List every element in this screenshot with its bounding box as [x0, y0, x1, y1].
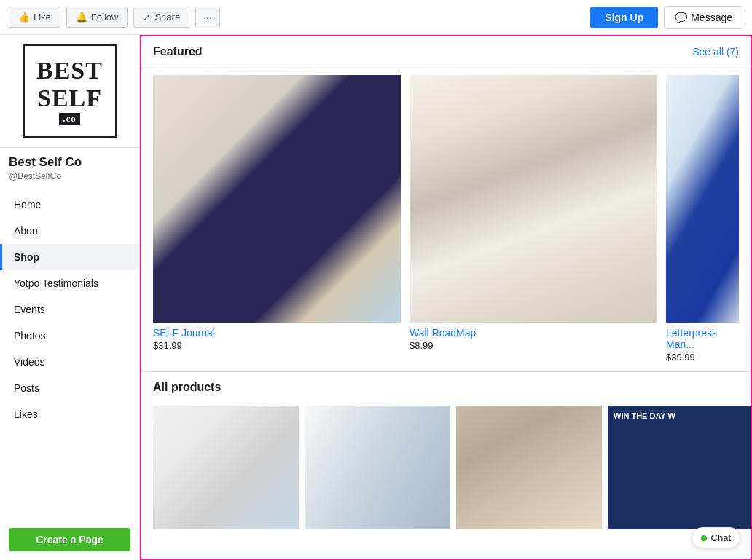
follow-label: Follow: [91, 12, 119, 23]
product-price-roadmap: $8.99: [410, 340, 657, 351]
product-image-letterpress: [666, 75, 739, 323]
share-icon: ↗: [143, 12, 151, 23]
featured-title: Featured: [153, 45, 203, 58]
thumb-1[interactable]: [153, 406, 299, 529]
see-all-link[interactable]: See all (7): [692, 46, 739, 58]
bell-icon: 🔔: [76, 12, 87, 23]
all-products-grid: WIN THE DAY W: [141, 400, 751, 535]
calendar-label: WIN THE DAY W: [614, 411, 675, 421]
top-action-bar: 👍 Like 🔔 Follow ↗ Share ··· Sign Up 💬 Me…: [0, 0, 752, 35]
more-icon: ···: [203, 12, 212, 23]
nav-item-home[interactable]: Home: [0, 192, 139, 218]
thumbs-up-icon: 👍: [18, 12, 30, 23]
chat-online-indicator: [701, 535, 707, 541]
thumb-3[interactable]: [456, 406, 602, 529]
signup-button[interactable]: Sign Up: [590, 7, 658, 28]
product-price-journal: $31.99: [153, 340, 401, 351]
brand-logo: BEST SELF .co: [23, 44, 117, 138]
page-name: Best Self Co: [0, 148, 139, 171]
thumb-image-1: [153, 406, 299, 529]
product-name-letterpress[interactable]: Letterpress Man...: [666, 327, 739, 350]
message-button[interactable]: 💬 Message: [664, 6, 743, 29]
all-products-title: All products: [153, 381, 221, 393]
like-label: Like: [34, 12, 51, 23]
thumb-image-2: [305, 406, 450, 529]
nav-item-events[interactable]: Events: [0, 296, 139, 323]
thumb-image-4: WIN THE DAY W: [608, 406, 752, 529]
product-card-roadmap[interactable]: Wall RoadMap $8.99: [410, 75, 657, 363]
create-page-button[interactable]: Create a Page: [9, 528, 130, 551]
product-image-journal: [153, 75, 401, 323]
nav-item-likes[interactable]: Likes: [0, 401, 139, 427]
chat-button[interactable]: Chat: [692, 527, 740, 548]
sidebar: BEST SELF .co Best Self Co @BestSelfCo H…: [0, 35, 140, 560]
messenger-icon: 💬: [675, 12, 687, 23]
product-name-journal[interactable]: SELF Journal: [153, 327, 401, 339]
nav-item-about[interactable]: About: [0, 218, 139, 244]
chat-label: Chat: [711, 532, 731, 543]
journal-image: [153, 75, 401, 323]
main-content: Featured See all (7) SELF Journal $31.99…: [140, 35, 752, 560]
share-label: Share: [154, 12, 180, 23]
more-button[interactable]: ···: [195, 7, 220, 28]
main-layout: BEST SELF .co Best Self Co @BestSelfCo H…: [0, 35, 752, 560]
all-products-header: All products: [141, 371, 751, 400]
share-button[interactable]: ↗ Share: [133, 7, 189, 28]
featured-products-row: SELF Journal $31.99 Wall RoadMap $8.99 L…: [141, 66, 751, 371]
nav-item-photos[interactable]: Photos: [0, 323, 139, 349]
nav-item-posts[interactable]: Posts: [0, 375, 139, 401]
nav-menu: Home About Shop Yotpo Testimonials Event…: [0, 189, 139, 519]
nav-item-shop[interactable]: Shop: [0, 244, 139, 270]
product-name-roadmap[interactable]: Wall RoadMap: [410, 327, 657, 339]
logo-area: BEST SELF .co: [0, 35, 139, 148]
logo-line-1: BEST: [36, 57, 103, 84]
message-label: Message: [691, 12, 732, 23]
product-image-roadmap: [410, 75, 657, 323]
logo-line-2: SELF: [37, 84, 102, 111]
thumb-4[interactable]: WIN THE DAY W: [608, 406, 752, 529]
nav-item-yotpo[interactable]: Yotpo Testimonials: [0, 270, 139, 296]
letterpress-image: [666, 75, 739, 323]
like-button[interactable]: 👍 Like: [9, 7, 60, 28]
product-price-letterpress: $39.99: [666, 352, 739, 363]
product-card-letterpress[interactable]: Letterpress Man... $39.99: [666, 75, 739, 363]
featured-header: Featured See all (7): [141, 36, 751, 66]
product-card-journal[interactable]: SELF Journal $31.99: [153, 75, 401, 363]
page-handle: @BestSelfCo: [0, 171, 139, 189]
logo-line-3: .co: [59, 113, 80, 125]
nav-item-videos[interactable]: Videos: [0, 349, 139, 375]
thumb-image-3: [456, 406, 602, 529]
follow-button[interactable]: 🔔 Follow: [66, 7, 128, 28]
roadmap-image: [410, 75, 657, 323]
thumb-2[interactable]: [305, 406, 450, 529]
